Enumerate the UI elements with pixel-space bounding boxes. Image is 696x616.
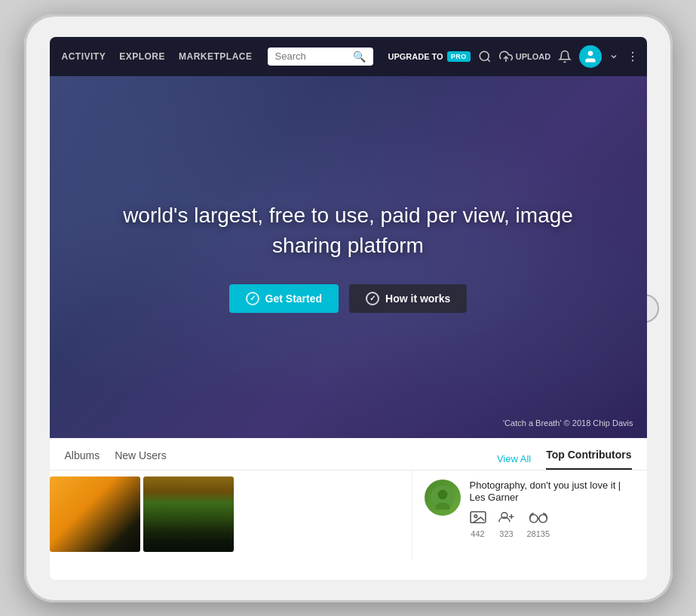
tab-new-users[interactable]: New Users [115,449,166,469]
nav-links: ACTIVITY EXPLORE MARKETPLACE [62,51,253,62]
view-all-link[interactable]: View All [497,453,531,464]
contributor-avatar[interactable] [425,480,461,516]
hero-section: world's largest, free to use, paid per v… [50,76,647,438]
tabs-row: Albums New Users View All Top Contributo… [50,438,647,470]
tablet-frame: ACTIVITY EXPLORE MARKETPLACE 🔍 UPGRADE T… [24,14,673,602]
stat-followers: 323 [498,510,515,538]
search-icon: 🔍 [353,51,366,63]
stat-images: 442 [470,510,486,538]
tablet-screen: ACTIVITY EXPLORE MARKETPLACE 🔍 UPGRADE T… [50,37,647,580]
content-row: Photography, don't you just love it | Le… [50,470,647,561]
navbar: ACTIVITY EXPLORE MARKETPLACE 🔍 UPGRADE T… [50,37,647,76]
svg-point-8 [437,489,447,499]
tab-albums[interactable]: Albums [65,449,100,469]
search-input[interactable] [275,51,348,62]
thumbnails-area [50,470,412,561]
svg-rect-10 [471,512,486,523]
how-it-works-button[interactable]: ✓ How it works [349,284,467,313]
search-bar[interactable]: 🔍 [268,48,373,66]
pro-badge: PRO [447,51,471,62]
hero-title: world's largest, free to use, paid per v… [95,201,602,259]
get-started-icon: ✓ [246,292,259,305]
svg-point-5 [632,55,633,57]
nav-marketplace[interactable]: MARKETPLACE [179,51,253,62]
contributor-info: Photography, don't you just love it | Le… [470,480,635,539]
contributor-name: Photography, don't you just love it | Le… [470,480,635,505]
glasses-icon [528,510,549,528]
thumbnail-1[interactable] [50,477,140,552]
svg-point-0 [480,51,489,60]
svg-point-11 [474,515,477,518]
more-options-icon[interactable] [626,50,639,63]
contributor-card: Photography, don't you just love it | Le… [425,480,635,539]
notification-icon[interactable] [558,50,572,63]
stat-views: 28135 [527,510,550,538]
upload-button[interactable]: UPLOAD [499,50,550,63]
how-it-works-icon: ✓ [366,292,379,305]
search-icon-nav[interactable] [478,50,492,63]
image-icon [470,510,486,528]
user-plus-icon [498,510,515,528]
stat-image-count: 442 [471,529,484,538]
stat-follower-count: 323 [499,529,513,538]
hero-buttons: ✓ Get Started ✓ How it works [229,284,468,313]
upgrade-button[interactable]: UPGRADE TO PRO [388,51,471,62]
nav-explore[interactable]: EXPLORE [119,51,165,62]
upgrade-label: UPGRADE TO [388,52,443,61]
get-started-button[interactable]: ✓ Get Started [229,284,339,313]
upload-label: UPLOAD [516,52,550,61]
avatar[interactable] [579,45,602,68]
bottom-section: Albums New Users View All Top Contributo… [50,438,647,561]
get-started-label: Get Started [265,293,322,305]
nav-activity[interactable]: ACTIVITY [62,51,106,62]
tab-top-contributors[interactable]: Top Contributors [546,449,631,470]
hero-caption: 'Catch a Breath' © 2018 Chip Davis [503,418,633,428]
svg-point-4 [632,51,633,53]
svg-point-3 [588,51,593,56]
svg-point-6 [632,60,633,61]
contributor-section: Photography, don't you just love it | Le… [412,470,647,561]
contributor-stats: 442 [470,510,635,538]
how-it-works-label: How it works [385,293,450,305]
stat-view-count: 28135 [527,529,550,538]
thumbnail-2[interactable] [143,477,234,552]
nav-right: UPGRADE TO PRO UPLOAD [388,45,640,68]
chevron-down-icon[interactable] [609,52,618,61]
hero-content: world's largest, free to use, paid per v… [50,76,647,438]
svg-line-1 [487,59,489,61]
